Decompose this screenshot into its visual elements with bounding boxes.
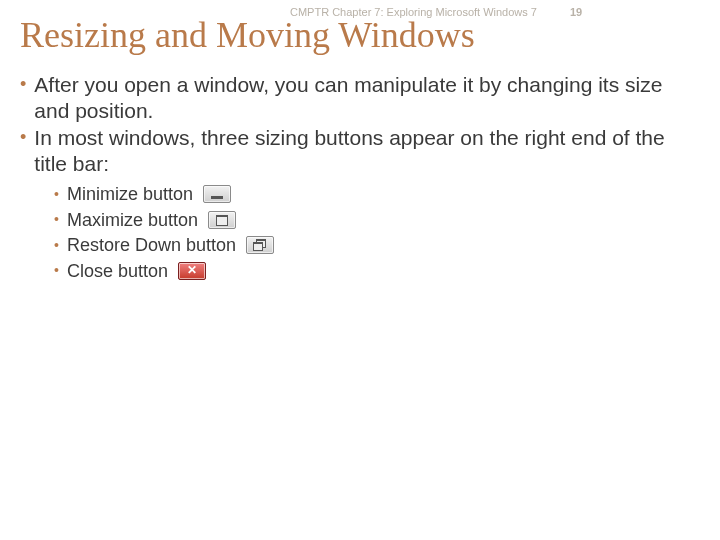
bullet-text: In most windows, three sizing buttons ap… <box>34 125 700 178</box>
close-icon: ✕ <box>178 262 206 280</box>
restore-down-icon <box>246 236 274 254</box>
slide-title: Resizing and Moving Windows <box>20 14 475 56</box>
sub-item-label: Minimize button <box>67 183 193 206</box>
sub-list: • Minimize button • Maximize button • Re… <box>54 183 700 282</box>
bullet-dot-icon: • <box>54 237 59 255</box>
sub-item-label: Maximize button <box>67 209 198 232</box>
bullet-dot-icon: • <box>54 186 59 204</box>
sub-item-label: Restore Down button <box>67 234 236 257</box>
minimize-icon <box>203 185 231 203</box>
bullet-text: After you open a window, you can manipul… <box>34 72 700 125</box>
bullet-dot-icon: • <box>54 262 59 280</box>
bullet-dot-icon: • <box>54 211 59 229</box>
bullet-item: • After you open a window, you can manip… <box>20 72 700 125</box>
bullet-dot-icon: • <box>20 125 26 150</box>
sub-item-close: • Close button ✕ <box>54 260 700 283</box>
bullet-item: • In most windows, three sizing buttons … <box>20 125 700 178</box>
page-number: 19 <box>570 6 582 18</box>
maximize-icon <box>208 211 236 229</box>
sub-item-label: Close button <box>67 260 168 283</box>
bullet-dot-icon: • <box>20 72 26 97</box>
content-area: • After you open a window, you can manip… <box>20 72 700 285</box>
sub-item-maximize: • Maximize button <box>54 209 700 232</box>
sub-item-minimize: • Minimize button <box>54 183 700 206</box>
sub-item-restore: • Restore Down button <box>54 234 700 257</box>
